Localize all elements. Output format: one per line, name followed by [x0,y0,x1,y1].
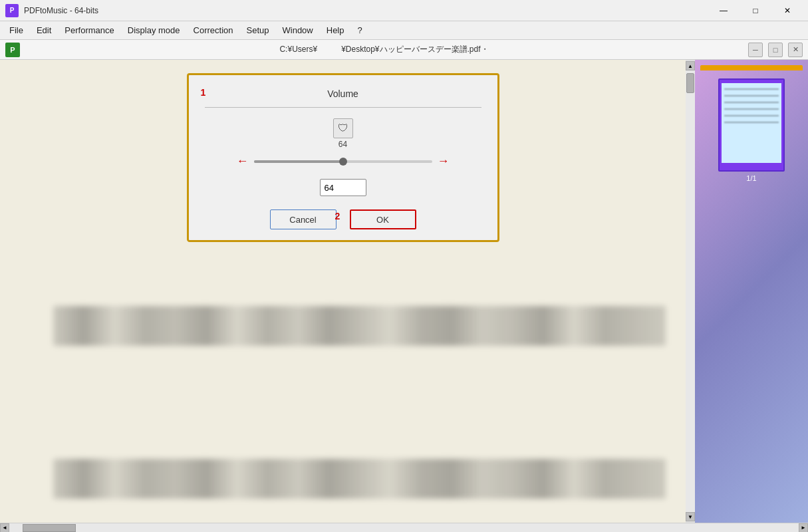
menu-correction[interactable]: Correction [187,23,240,38]
volume-icon: 🛡 [338,122,348,134]
dialog-title-row: 1 Volume [205,88,481,99]
path-icon: P [5,43,20,57]
close-button[interactable]: ✕ [772,1,803,21]
vertical-scrollbar: ▲ ▼ [686,60,695,523]
slider-current-value: 64 [338,140,347,149]
page-label: 1/1 [746,174,756,182]
horizontal-scrollbar: ◄ ► [0,523,808,532]
scroll-down-button[interactable]: ▼ [686,512,695,521]
dialog-divider [205,107,481,108]
sheet-row-2 [53,452,666,505]
menu-setup[interactable]: Setup [240,23,276,38]
cancel-button[interactable]: Cancel [270,209,337,229]
menu-window[interactable]: Window [276,23,320,38]
thumb-line-6 [724,122,779,123]
file-path: C:¥Users¥ ¥Desktop¥ハッピーバースデー楽譜.pdf・ [25,44,743,55]
annotation-2: 2 [335,211,340,221]
window-controls: — □ ✕ [708,1,803,21]
dialog-title-text: Volume [327,88,358,99]
page-thumbnail[interactable] [718,78,785,172]
minimize-button[interactable]: — [708,1,739,21]
scroll-left-button[interactable]: ◄ [0,523,9,533]
menu-question[interactable]: ? [351,23,369,38]
notes-row-1 [53,306,666,346]
input-row [205,179,481,196]
thumb-line-2 [724,95,779,96]
arrow-right-icon: → [438,154,450,168]
menu-bar: File Edit Performance Display mode Corre… [0,21,808,40]
thumb-line-3 [724,102,779,103]
sidebar-top-bar [700,65,803,70]
arrow-left-icon: ← [237,154,249,168]
volume-dialog: 1 Volume 🛡 64 ← [187,73,499,242]
scroll-up-button[interactable]: ▲ [686,61,695,70]
maximize-button[interactable]: □ [740,1,771,21]
menu-help[interactable]: Help [320,23,351,38]
slider-track-row: ← → [237,154,450,168]
slider-track[interactable] [254,160,432,163]
scroll-track[interactable] [686,70,695,512]
sub-minimize-button[interactable]: ─ [748,43,763,57]
annotation-1: 1 [201,87,206,98]
app-window: P C:¥Users¥ ¥Desktop¥ハッピーバースデー楽譜.pdf・ ─ … [0,40,808,532]
dialog-buttons: Cancel 2 OK [205,209,481,229]
thumb-line-1 [724,88,779,90]
slider-container: 🛡 64 ← → [205,118,481,168]
slider-fill [254,160,343,163]
ok-button-container: 2 OK [350,209,416,229]
right-sidebar: 1/1 [695,60,808,523]
path-bar: P C:¥Users¥ ¥Desktop¥ハッピーバースデー楽譜.pdf・ ─ … [0,40,808,60]
score-area: 1 Volume 🛡 64 ← [0,60,686,523]
title-bar: P PDFtoMusic - 64-bits — □ ✕ [0,0,808,21]
main-content: 1 Volume 🛡 64 ← [0,60,808,532]
sub-maximize-button[interactable]: □ [768,43,783,57]
notes-row-2 [53,459,666,499]
ok-button[interactable]: OK [350,209,416,229]
thumbnail-inner [722,83,781,163]
sheet-row-1 [53,299,666,352]
slider-thumb-display: 🛡 [333,118,353,138]
window-title: PDFtoMusic - 64-bits [24,6,708,15]
scroll-thumb[interactable] [686,73,694,93]
slider-handle[interactable] [339,158,347,166]
h-scroll-track[interactable] [9,523,799,533]
h-scroll-thumb[interactable] [23,524,76,532]
thumb-line-4 [724,108,779,110]
volume-input[interactable] [320,179,366,196]
sub-close-button[interactable]: ✕ [788,43,803,57]
menu-file[interactable]: File [3,23,30,38]
menu-edit[interactable]: Edit [30,23,58,38]
scroll-right-button[interactable]: ► [799,523,808,533]
app-icon: P [5,4,19,17]
menu-performance[interactable]: Performance [58,23,120,38]
menu-display-mode[interactable]: Display mode [121,23,187,38]
thumb-line-5 [724,115,779,116]
